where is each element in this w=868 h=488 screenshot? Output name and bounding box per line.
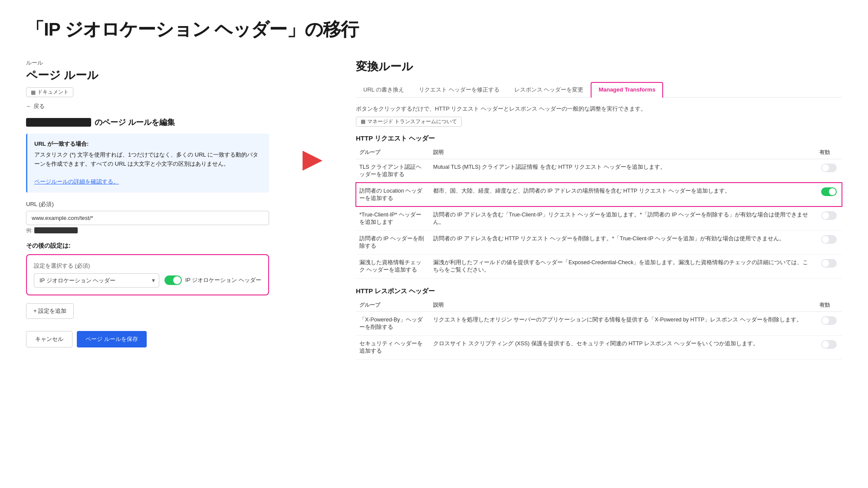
row-enabled[interactable] — [816, 311, 842, 335]
toggle-on[interactable] — [821, 187, 837, 196]
col-desc-res: 説明 — [430, 299, 816, 312]
row-desc: クロスサイト スクリプティング (XSS) 保護を提供する、セキュリティ関連の … — [430, 335, 816, 359]
table-row-highlighted: 訪問者の Location ヘッダーを追加する 都市、国、大陸、経度、緯度など、… — [356, 183, 842, 206]
add-setting-button[interactable]: + 設定を追加 — [26, 303, 74, 319]
col-enabled-req: 有効 — [816, 146, 842, 159]
row-group: セキュリティ ヘッダーを追加する — [356, 335, 430, 359]
bottom-buttons: キャンセル ページ ルールを保存 — [26, 331, 269, 347]
managed-doc-icon: ▦ — [361, 118, 365, 124]
left-panel: ルール ページ ルール ▦ ドキュメント ← 戻る のページ ルールを編集 UR… — [26, 59, 269, 347]
main-title: 「IP ジオロケーション ヘッダー」の移行 — [26, 17, 842, 42]
row-enabled[interactable] — [816, 183, 842, 206]
settings-box: 設定を選択する (必須) IP ジオロケーション ヘッダー IP ジオロケーショ… — [26, 254, 269, 295]
col-group-req: グループ — [356, 146, 430, 159]
blurred-name — [26, 118, 91, 127]
table-row: *True-Client-IP* ヘッダーを追加します 訪問者の IP アドレス… — [356, 206, 842, 230]
toggle-off[interactable] — [821, 164, 837, 172]
tab-managed-transforms[interactable]: Managed Transforms — [591, 82, 663, 98]
doc-icon: ▦ — [31, 89, 36, 95]
description-text: ボタンをクリックするだけで、HTTP リクエスト ヘッダーとレスポンス ヘッダー… — [356, 105, 842, 113]
col-desc-req: 説明 — [430, 146, 816, 159]
doc-badge-label: ドキュメント — [37, 88, 69, 96]
edit-title: のページ ルールを編集 — [26, 117, 269, 128]
row-desc: 都市、国、大陸、経度、緯度など、訪問者の IP アドレスの場所情報を含む HTT… — [430, 183, 816, 206]
toggle-off[interactable] — [821, 259, 837, 268]
request-section-title: HTTP リクエスト ヘッダー — [356, 134, 842, 143]
url-example: 例: — [26, 227, 269, 234]
back-link[interactable]: ← 戻る — [26, 102, 269, 110]
row-enabled[interactable] — [816, 159, 842, 183]
col-group-res: グループ — [356, 299, 430, 312]
tabs-row: URL の書き換え リクエスト ヘッダーを修正する レスポンス ヘッダーを変更 … — [356, 82, 842, 98]
tab-request-header[interactable]: リクエスト ヘッダーを修正する — [411, 82, 507, 98]
arrow-area: ▶ — [295, 59, 330, 172]
section-title: ページ ルール — [26, 68, 269, 83]
table-row: 漏洩した資格情報チェック ヘッダーを追加する 漏洩が利用したフィールドの値を提供… — [356, 254, 842, 278]
url-input[interactable] — [26, 211, 269, 225]
settings-main-label: その後の設定は: — [26, 242, 269, 250]
response-headers-table: グループ 説明 有効 「X-Powered-By」ヘッダーを削除する リクエスト… — [356, 299, 842, 360]
table-row: セキュリティ ヘッダーを追加する クロスサイト スクリプティング (XSS) 保… — [356, 335, 842, 359]
save-button[interactable]: ページ ルールを保存 — [77, 331, 147, 347]
right-panel: 変換ルール URL の書き換え リクエスト ヘッダーを修正する レスポンス ヘッ… — [356, 59, 842, 368]
row-desc: 訪問者の IP アドレスを含む「True-Client-IP」リクエスト ヘッダ… — [430, 206, 816, 230]
toggle-off[interactable] — [821, 211, 837, 220]
settings-sub-label: 設定を選択する (必須) — [34, 262, 261, 270]
info-link[interactable]: ページルールの詳細を確認する。 — [34, 178, 119, 185]
managed-doc-link[interactable]: ▦ マネージド トランスフォームについて — [356, 117, 462, 127]
row-group: *True-Client-IP* ヘッダーを追加します — [356, 206, 430, 230]
doc-badge[interactable]: ▦ ドキュメント — [26, 87, 73, 97]
geo-toggle[interactable] — [164, 275, 182, 285]
toggle-slider — [164, 275, 182, 285]
table-row: 訪問者の IP ヘッダーを削除する 訪問者の IP アドレスを含む HTTP リ… — [356, 230, 842, 254]
info-body: アスタリスク (*) 文字を使用すれば、1つだけではなく、多くの URL に一致… — [34, 151, 262, 169]
response-section-title: HTTP レスポンス ヘッダー — [356, 287, 842, 295]
section-label: ルール — [26, 59, 269, 67]
table-row: 「X-Powered-By」ヘッダーを削除する リクエストを処理したオリジン サ… — [356, 311, 842, 335]
row-group: 漏洩した資格情報チェック ヘッダーを追加する — [356, 254, 430, 278]
example-blurred — [34, 227, 78, 233]
row-desc: 漏洩が利用したフィールドの値を提供するヘッダー「Exposed-Credenti… — [430, 254, 816, 278]
row-desc: 訪問者の IP アドレスを含む HTTP リクエスト ヘッダーを削除します。*「… — [430, 230, 816, 254]
right-arrow-icon: ▶ — [302, 146, 322, 172]
col-enabled-res: 有効 — [816, 299, 842, 312]
toggle-off[interactable] — [821, 340, 837, 349]
row-group: 「X-Powered-By」ヘッダーを削除する — [356, 311, 430, 335]
toggle-container[interactable]: IP ジオロケーション ヘッダー — [164, 275, 261, 285]
request-headers-table: グループ 説明 有効 TLS クライアント認証ヘッダーを追加する Mutual … — [356, 146, 842, 278]
select-wrapper[interactable]: IP ジオロケーション ヘッダー — [34, 273, 159, 288]
table-row: TLS クライアント認証ヘッダーを追加する Mutual TLS (MTLS) … — [356, 159, 842, 183]
toggle-off[interactable] — [821, 235, 837, 244]
info-box: URL が一致する場合: アスタリスク (*) 文字を使用すれば、1つだけではな… — [26, 134, 269, 193]
row-enabled[interactable] — [816, 335, 842, 359]
tab-response-header[interactable]: レスポンス ヘッダーを変更 — [507, 82, 591, 98]
row-enabled[interactable] — [816, 254, 842, 278]
url-label: URL (必須) — [26, 200, 269, 208]
toggle-label: IP ジオロケーション ヘッダー — [185, 276, 261, 284]
row-enabled[interactable] — [816, 230, 842, 254]
row-group: TLS クライアント認証ヘッダーを追加する — [356, 159, 430, 183]
tab-url-rewrite[interactable]: URL の書き換え — [356, 82, 411, 98]
row-desc: Mutual TLS (MTLS) クライアント認証情報 を含む HTTP リク… — [430, 159, 816, 183]
row-group: 訪問者の IP ヘッダーを削除する — [356, 230, 430, 254]
managed-doc-label: マネージド トランスフォームについて — [367, 118, 457, 125]
toggle-off[interactable] — [821, 316, 837, 325]
edit-title-suffix: のページ ルールを編集 — [95, 117, 175, 128]
cancel-button[interactable]: キャンセル — [26, 331, 72, 347]
row-enabled[interactable] — [816, 206, 842, 230]
right-title: 変換ルール — [356, 59, 842, 74]
settings-select[interactable]: IP ジオロケーション ヘッダー — [34, 273, 159, 288]
info-title: URL が一致する場合: — [34, 140, 262, 149]
row-group: 訪問者の Location ヘッダーを追加する — [356, 183, 430, 206]
row-desc: リクエストを処理したオリジン サーバーのアプリケーションに関する情報を提供する「… — [430, 311, 816, 335]
